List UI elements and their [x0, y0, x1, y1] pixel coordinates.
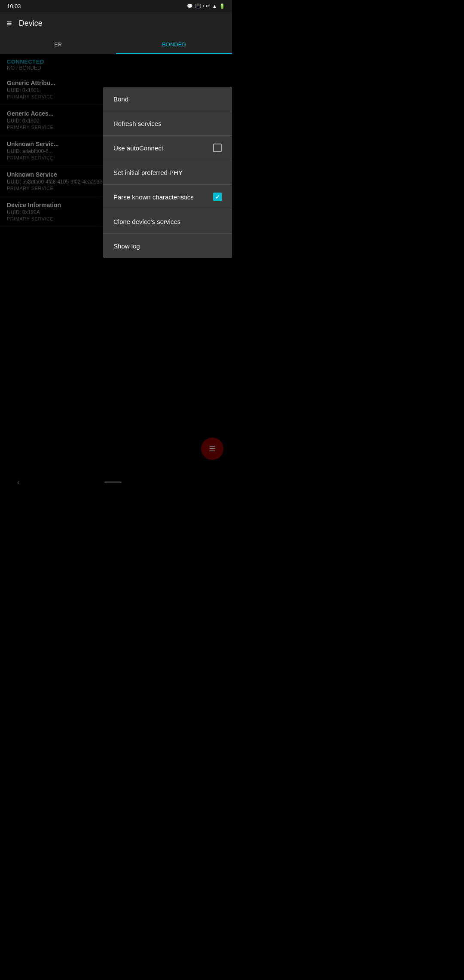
menu-item-show-log-label: Show log	[113, 242, 222, 250]
parse-known-checkbox[interactable]	[213, 193, 222, 201]
main-content: CONNECTED NOT BONDED Generic Attribu... …	[0, 54, 232, 490]
tab-er[interactable]: ER	[0, 34, 116, 54]
menu-item-clone-label: Clone device's services	[113, 218, 222, 225]
lte-icon: LTE	[203, 4, 210, 8]
menu-item-parse-known[interactable]: Parse known characteristics	[103, 185, 232, 209]
menu-item-show-log[interactable]: Show log	[103, 234, 232, 258]
vibrate-icon: 📳	[195, 3, 201, 9]
tab-bonded[interactable]: BONDED	[116, 34, 232, 54]
dropdown-menu: Bond Refresh services Use autoConnect Se…	[103, 87, 232, 258]
whatsapp-icon: 💬	[187, 3, 193, 9]
menu-item-set-phy-label: Set initial preferred PHY	[113, 169, 222, 176]
menu-item-autoconnect[interactable]: Use autoConnect	[103, 136, 232, 160]
tabs: ER BONDED	[0, 34, 232, 54]
menu-item-bond-label: Bond	[113, 95, 222, 103]
menu-item-parse-label: Parse known characteristics	[113, 193, 213, 201]
menu-item-refresh-label: Refresh services	[113, 120, 222, 127]
menu-item-set-phy[interactable]: Set initial preferred PHY	[103, 160, 232, 184]
autoconnect-checkbox[interactable]	[213, 144, 222, 152]
app-bar: ≡ Device	[0, 12, 232, 34]
hamburger-icon[interactable]: ≡	[7, 18, 12, 28]
status-time: 10:03	[7, 3, 21, 9]
signal-icon: ▲	[212, 3, 217, 9]
battery-icon: 🔋	[219, 3, 225, 9]
status-icons: 💬 📳 LTE ▲ 🔋	[187, 3, 225, 9]
menu-item-refresh-services[interactable]: Refresh services	[103, 111, 232, 135]
menu-item-clone-services[interactable]: Clone device's services	[103, 209, 232, 233]
menu-item-bond[interactable]: Bond	[103, 87, 232, 111]
app-title: Device	[19, 19, 43, 28]
status-bar: 10:03 💬 📳 LTE ▲ 🔋	[0, 0, 232, 12]
menu-item-autoconnect-label: Use autoConnect	[113, 144, 213, 152]
